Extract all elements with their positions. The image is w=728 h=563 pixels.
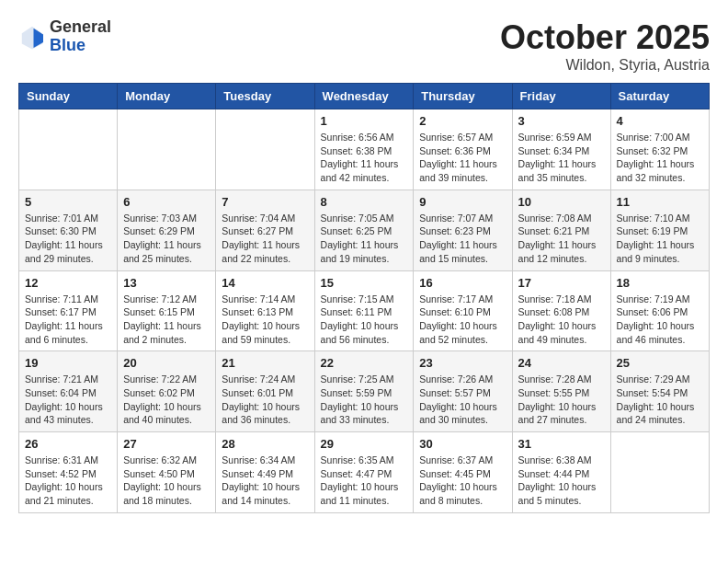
calendar-cell	[118, 109, 216, 190]
day-number: 1	[321, 114, 408, 128]
calendar-cell: 13Sunrise: 7:12 AM Sunset: 6:15 PM Dayli…	[118, 270, 216, 351]
week-row-5: 26Sunrise: 6:31 AM Sunset: 4:52 PM Dayli…	[19, 432, 710, 513]
day-info: Sunrise: 7:08 AM Sunset: 6:21 PM Dayligh…	[518, 212, 605, 266]
day-number: 23	[419, 356, 506, 370]
weekday-header-saturday: Saturday	[610, 84, 709, 109]
day-info: Sunrise: 7:03 AM Sunset: 6:29 PM Dayligh…	[123, 212, 210, 266]
day-number: 17	[518, 276, 605, 290]
calendar-cell: 16Sunrise: 7:17 AM Sunset: 6:10 PM Dayli…	[414, 270, 512, 351]
day-info: Sunrise: 7:25 AM Sunset: 5:59 PM Dayligh…	[321, 373, 408, 427]
logo: General Blue	[18, 18, 111, 55]
day-info: Sunrise: 7:29 AM Sunset: 5:54 PM Dayligh…	[617, 373, 703, 427]
day-number: 10	[518, 195, 605, 209]
calendar-cell: 31Sunrise: 6:38 AM Sunset: 4:44 PM Dayli…	[512, 432, 610, 513]
logo-icon	[18, 23, 46, 51]
day-number: 6	[123, 195, 210, 209]
calendar-cell: 27Sunrise: 6:32 AM Sunset: 4:50 PM Dayli…	[118, 432, 216, 513]
day-info: Sunrise: 7:00 AM Sunset: 6:32 PM Dayligh…	[617, 131, 703, 185]
day-number: 27	[123, 437, 210, 451]
calendar-cell: 2Sunrise: 6:57 AM Sunset: 6:36 PM Daylig…	[414, 109, 512, 190]
title-area: October 2025 Wildon, Styria, Austria	[500, 18, 710, 74]
day-number: 16	[419, 276, 506, 290]
day-number: 22	[321, 356, 408, 370]
day-number: 5	[25, 195, 111, 209]
day-info: Sunrise: 7:12 AM Sunset: 6:15 PM Dayligh…	[123, 293, 210, 347]
day-number: 13	[123, 276, 210, 290]
day-number: 4	[617, 114, 703, 128]
calendar-cell: 12Sunrise: 7:11 AM Sunset: 6:17 PM Dayli…	[19, 270, 118, 351]
month-title: October 2025	[500, 18, 710, 57]
day-number: 19	[25, 356, 111, 370]
calendar-cell: 30Sunrise: 6:37 AM Sunset: 4:45 PM Dayli…	[414, 432, 512, 513]
weekday-header-tuesday: Tuesday	[216, 84, 314, 109]
day-number: 11	[617, 195, 703, 209]
day-info: Sunrise: 6:59 AM Sunset: 6:34 PM Dayligh…	[518, 131, 605, 185]
calendar-cell: 26Sunrise: 6:31 AM Sunset: 4:52 PM Dayli…	[19, 432, 118, 513]
day-number: 9	[419, 195, 506, 209]
day-info: Sunrise: 7:19 AM Sunset: 6:06 PM Dayligh…	[617, 293, 703, 347]
location: Wildon, Styria, Austria	[500, 57, 710, 74]
day-number: 29	[321, 437, 408, 451]
day-info: Sunrise: 6:35 AM Sunset: 4:47 PM Dayligh…	[321, 454, 408, 508]
week-row-3: 12Sunrise: 7:11 AM Sunset: 6:17 PM Dayli…	[19, 270, 710, 351]
logo-text: General Blue	[50, 18, 111, 55]
day-info: Sunrise: 7:17 AM Sunset: 6:10 PM Dayligh…	[419, 293, 506, 347]
week-row-2: 5Sunrise: 7:01 AM Sunset: 6:30 PM Daylig…	[19, 190, 710, 270]
day-info: Sunrise: 7:04 AM Sunset: 6:27 PM Dayligh…	[222, 212, 308, 266]
calendar-cell: 19Sunrise: 7:21 AM Sunset: 6:04 PM Dayli…	[19, 351, 118, 432]
day-info: Sunrise: 6:37 AM Sunset: 4:45 PM Dayligh…	[419, 454, 506, 508]
calendar-cell: 22Sunrise: 7:25 AM Sunset: 5:59 PM Dayli…	[314, 351, 414, 432]
calendar-cell: 6Sunrise: 7:03 AM Sunset: 6:29 PM Daylig…	[118, 190, 216, 270]
calendar-cell	[19, 109, 118, 190]
day-info: Sunrise: 7:21 AM Sunset: 6:04 PM Dayligh…	[25, 373, 111, 427]
calendar-cell: 24Sunrise: 7:28 AM Sunset: 5:55 PM Dayli…	[512, 351, 610, 432]
day-info: Sunrise: 6:38 AM Sunset: 4:44 PM Dayligh…	[518, 454, 605, 508]
day-info: Sunrise: 7:01 AM Sunset: 6:30 PM Dayligh…	[25, 212, 111, 266]
day-info: Sunrise: 7:05 AM Sunset: 6:25 PM Dayligh…	[321, 212, 408, 266]
day-info: Sunrise: 7:24 AM Sunset: 6:01 PM Dayligh…	[222, 373, 308, 427]
day-number: 2	[419, 114, 506, 128]
weekday-header-friday: Friday	[512, 84, 610, 109]
calendar-cell: 11Sunrise: 7:10 AM Sunset: 6:19 PM Dayli…	[610, 190, 709, 270]
calendar-cell	[610, 432, 709, 513]
calendar: SundayMondayTuesdayWednesdayThursdayFrid…	[18, 83, 710, 513]
day-number: 7	[222, 195, 308, 209]
day-number: 18	[617, 276, 703, 290]
day-info: Sunrise: 6:57 AM Sunset: 6:36 PM Dayligh…	[419, 131, 506, 185]
week-row-1: 1Sunrise: 6:56 AM Sunset: 6:38 PM Daylig…	[19, 109, 710, 190]
calendar-cell: 10Sunrise: 7:08 AM Sunset: 6:21 PM Dayli…	[512, 190, 610, 270]
calendar-cell: 25Sunrise: 7:29 AM Sunset: 5:54 PM Dayli…	[610, 351, 709, 432]
day-info: Sunrise: 6:56 AM Sunset: 6:38 PM Dayligh…	[321, 131, 408, 185]
day-info: Sunrise: 7:18 AM Sunset: 6:08 PM Dayligh…	[518, 293, 605, 347]
day-number: 3	[518, 114, 605, 128]
day-number: 26	[25, 437, 111, 451]
calendar-cell: 4Sunrise: 7:00 AM Sunset: 6:32 PM Daylig…	[610, 109, 709, 190]
weekday-header-row: SundayMondayTuesdayWednesdayThursdayFrid…	[19, 84, 710, 109]
day-info: Sunrise: 7:26 AM Sunset: 5:57 PM Dayligh…	[419, 373, 506, 427]
day-number: 25	[617, 356, 703, 370]
day-number: 21	[222, 356, 308, 370]
day-number: 30	[419, 437, 506, 451]
calendar-cell: 1Sunrise: 6:56 AM Sunset: 6:38 PM Daylig…	[314, 109, 414, 190]
calendar-cell: 7Sunrise: 7:04 AM Sunset: 6:27 PM Daylig…	[216, 190, 314, 270]
calendar-cell: 8Sunrise: 7:05 AM Sunset: 6:25 PM Daylig…	[314, 190, 414, 270]
week-row-4: 19Sunrise: 7:21 AM Sunset: 6:04 PM Dayli…	[19, 351, 710, 432]
calendar-cell	[216, 109, 314, 190]
calendar-cell: 29Sunrise: 6:35 AM Sunset: 4:47 PM Dayli…	[314, 432, 414, 513]
calendar-cell: 5Sunrise: 7:01 AM Sunset: 6:30 PM Daylig…	[19, 190, 118, 270]
weekday-header-monday: Monday	[118, 84, 216, 109]
calendar-cell: 14Sunrise: 7:14 AM Sunset: 6:13 PM Dayli…	[216, 270, 314, 351]
calendar-cell: 20Sunrise: 7:22 AM Sunset: 6:02 PM Dayli…	[118, 351, 216, 432]
day-info: Sunrise: 7:14 AM Sunset: 6:13 PM Dayligh…	[222, 293, 308, 347]
day-number: 14	[222, 276, 308, 290]
day-number: 28	[222, 437, 308, 451]
calendar-cell: 23Sunrise: 7:26 AM Sunset: 5:57 PM Dayli…	[414, 351, 512, 432]
calendar-cell: 9Sunrise: 7:07 AM Sunset: 6:23 PM Daylig…	[414, 190, 512, 270]
day-info: Sunrise: 7:10 AM Sunset: 6:19 PM Dayligh…	[617, 212, 703, 266]
calendar-cell: 17Sunrise: 7:18 AM Sunset: 6:08 PM Dayli…	[512, 270, 610, 351]
weekday-header-sunday: Sunday	[19, 84, 118, 109]
weekday-header-thursday: Thursday	[414, 84, 512, 109]
day-info: Sunrise: 7:22 AM Sunset: 6:02 PM Dayligh…	[123, 373, 210, 427]
day-number: 24	[518, 356, 605, 370]
day-number: 31	[518, 437, 605, 451]
